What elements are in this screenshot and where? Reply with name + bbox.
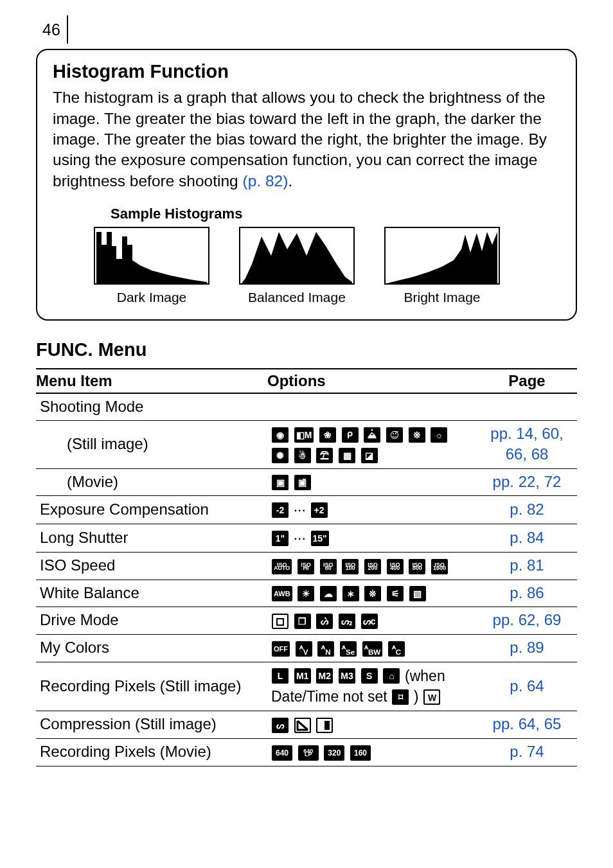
mode-portrait-icon: ᑭ bbox=[342, 427, 359, 443]
cell-long-shutter-page[interactable]: p. 84 bbox=[477, 524, 577, 553]
comp-superfine-icon: ᔕ bbox=[272, 718, 289, 733]
cell-iso-options: ISOAUTO ISOHI ISO80 ISO100 ISO200 ISO400… bbox=[267, 552, 477, 580]
row-compression: Compression (Still image) ᔕ pp. 64, 65 bbox=[36, 711, 577, 739]
wb-tungsten-icon: ∗ bbox=[342, 586, 359, 601]
cell-my-colors-page[interactable]: p. 89 bbox=[477, 634, 577, 662]
info-box-title: Histogram Function bbox=[53, 59, 560, 84]
cell-exp-comp-page[interactable]: p. 82 bbox=[477, 496, 577, 524]
histogram-balanced: Balanced Image bbox=[239, 227, 355, 306]
histogram-bright: Bright Image bbox=[384, 227, 500, 306]
mc-off-icon: OFF bbox=[272, 641, 290, 657]
mc-sepia-icon: ᴬSe bbox=[340, 641, 357, 657]
cell-long-shutter-options: 1" ··· 15" bbox=[267, 524, 477, 553]
iso-auto-icon: ISOAUTO bbox=[272, 559, 292, 574]
row-long-shutter: Long Shutter 1" ··· 15" p. 84 bbox=[36, 524, 577, 553]
cell-drive-label: Drive Mode bbox=[36, 607, 267, 635]
mode-night-snapshot-icon: ⛰̇ bbox=[364, 427, 380, 443]
shutter-min-icon: 1" bbox=[272, 531, 289, 546]
cell-rec-px-still-label: Recording Pixels (Still image) bbox=[36, 662, 267, 711]
cell-drive-page[interactable]: pp. 62, 69 bbox=[477, 607, 577, 635]
sample-histograms-label: Sample Histograms bbox=[111, 204, 560, 223]
info-box-text: The histogram is a graph that allows you… bbox=[53, 89, 547, 189]
movie-standard-icon: ▣ bbox=[272, 475, 289, 490]
cell-movie-page[interactable]: pp. 22, 72 bbox=[477, 468, 577, 496]
row-wb: White Balance AWB ☀ ☁ ∗ ※ ⚟ ▧ p. 86 bbox=[36, 580, 577, 607]
cell-wb-label: White Balance bbox=[36, 580, 267, 607]
exp-plus-icon: +2 bbox=[311, 502, 328, 518]
row-drive: Drive Mode ❐ ᔕ̀ ᔕ₂ ᔕc pp. 62, 69 bbox=[36, 607, 577, 635]
mode-record-icon: ◉ bbox=[272, 427, 289, 443]
iso-200-icon: ISO200 bbox=[364, 559, 381, 574]
recpx-m2-icon: M2 bbox=[316, 668, 333, 684]
cell-exp-comp-options: -2 ··· +2 bbox=[267, 496, 477, 524]
iso-400-icon: ISO400 bbox=[387, 559, 404, 574]
row-exp-comp: Exposure Compensation -2 ··· +2 p. 82 bbox=[36, 496, 577, 524]
cell-still-page[interactable]: pp. 14, 60, 66, 68 bbox=[477, 421, 577, 468]
wb-daylight-icon: ☀ bbox=[298, 586, 314, 601]
table-header-page: Page bbox=[477, 369, 577, 393]
cell-iso-page[interactable]: p. 81 bbox=[477, 552, 577, 580]
recpx-l-icon: L bbox=[272, 668, 289, 684]
drive-continuous-icon: ❐ bbox=[294, 614, 311, 629]
histogram-dark: Dark Image bbox=[94, 227, 209, 306]
cell-wb-page[interactable]: p. 86 bbox=[477, 580, 577, 607]
comp-fine-icon bbox=[294, 718, 311, 733]
row-my-colors: My Colors OFF ᴬV ᴬN ᴬSe ᴬBW ᴬC p. 89 bbox=[36, 634, 577, 662]
exp-sep: ··· bbox=[294, 502, 306, 518]
svg-marker-5 bbox=[387, 232, 497, 283]
recpx-datestamp-icon: ⌑ bbox=[392, 689, 409, 705]
histogram-bright-caption: Bright Image bbox=[384, 288, 500, 306]
mode-macro-icon: ❀ bbox=[319, 427, 336, 443]
histogram-dark-icon bbox=[94, 227, 209, 285]
svg-marker-3 bbox=[242, 232, 352, 283]
row-iso: ISO Speed ISOAUTO ISOHI ISO80 ISO100 ISO… bbox=[36, 552, 577, 580]
cell-compression-label: Compression (Still image) bbox=[36, 711, 267, 739]
info-box-body: The histogram is a graph that allows you… bbox=[53, 87, 560, 191]
wb-custom-icon: ▧ bbox=[409, 586, 426, 601]
movpx-640-icon: 640 bbox=[272, 745, 292, 761]
mode-kids-pets-icon: ☺̃ bbox=[386, 427, 403, 443]
mc-bw-icon: ᴬBW bbox=[362, 641, 382, 657]
cell-compression-page[interactable]: pp. 64, 65 bbox=[477, 711, 577, 739]
mc-vivid-icon: ᴬV bbox=[296, 641, 312, 657]
cell-drive-options: ❐ ᔕ̀ ᔕ₂ ᔕc bbox=[267, 607, 477, 635]
iso-hi-icon: ISOHI bbox=[298, 559, 314, 574]
mode-snow-icon: ☃ bbox=[294, 448, 311, 463]
recpx-postcard-icon: ⌂ bbox=[383, 668, 400, 684]
iso-100-icon: ISO100 bbox=[342, 559, 359, 574]
shutter-max-icon: 15" bbox=[311, 531, 329, 546]
cell-movie-options: ▣ ▣̌ bbox=[267, 468, 477, 496]
drive-single-icon bbox=[272, 614, 289, 629]
svg-marker-1 bbox=[96, 232, 207, 283]
recpx-m3-icon: M3 bbox=[339, 668, 355, 684]
cell-shooting-mode-label: Shooting Mode bbox=[36, 393, 267, 421]
cell-rec-px-still-page[interactable]: p. 64 bbox=[477, 662, 577, 711]
wb-cloudy-icon: ☁ bbox=[320, 586, 337, 601]
mode-iso-icon: ◪ bbox=[361, 448, 378, 463]
movie-compact-icon: ▣̌ bbox=[294, 475, 311, 490]
header-rule bbox=[67, 15, 68, 44]
svg-rect-8 bbox=[319, 721, 324, 730]
recpx-s-icon: S bbox=[361, 668, 378, 684]
recpx-wide-icon: W bbox=[423, 689, 440, 705]
cell-rec-px-movie-options: 640 640LP 320 160 bbox=[267, 738, 477, 766]
page-number: 46 bbox=[42, 19, 60, 40]
table-header-menu: Menu Item bbox=[36, 369, 267, 393]
iso-1600-icon: ISO1600 bbox=[431, 559, 448, 574]
histogram-balanced-caption: Balanced Image bbox=[239, 288, 355, 306]
cell-long-shutter-label: Long Shutter bbox=[36, 524, 267, 553]
drive-timerc-icon: ᔕc bbox=[361, 614, 378, 629]
cell-rec-px-movie-page[interactable]: p. 74 bbox=[477, 738, 577, 766]
info-box-link[interactable]: (p. 82) bbox=[243, 172, 289, 190]
wb-fluorescent-icon: ※ bbox=[364, 586, 381, 601]
row-shooting-mode: Shooting Mode bbox=[36, 393, 577, 421]
cell-movie-label: (Movie) bbox=[36, 468, 267, 496]
iso-800-icon: ISO800 bbox=[409, 559, 425, 574]
drive-timer2-icon: ᔕ₂ bbox=[339, 614, 355, 629]
histogram-bright-icon bbox=[384, 227, 500, 285]
mode-beach-icon: ⛱ bbox=[316, 448, 333, 463]
recpx-annotation2: ) bbox=[414, 689, 419, 705]
mode-aquarium-icon: ▦ bbox=[339, 448, 355, 463]
movpx-160-icon: 160 bbox=[350, 745, 371, 761]
cell-still-label: (Still image) bbox=[36, 421, 267, 468]
